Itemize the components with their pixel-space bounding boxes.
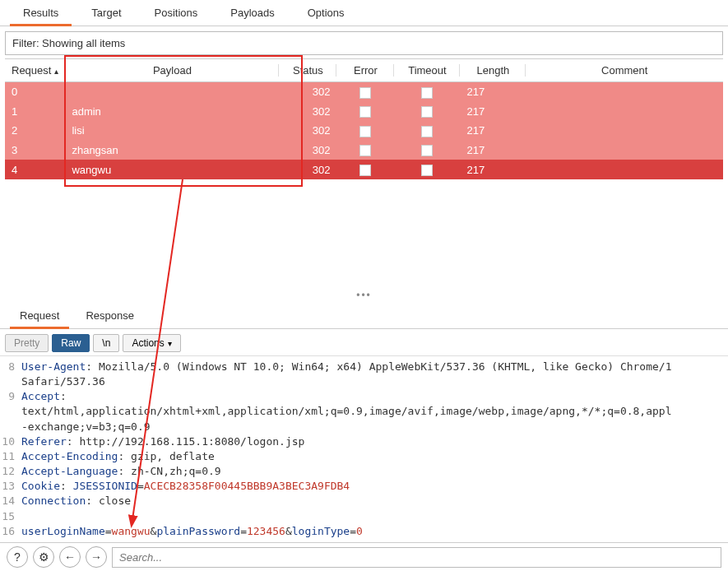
actions-button[interactable]: Actions▾ [123, 334, 180, 352]
cell-request: 2 [5, 121, 65, 141]
cell-length: 217 [460, 82, 526, 102]
line-number: 13 [0, 479, 21, 494]
col-comment[interactable]: Comment [526, 59, 723, 82]
pretty-button[interactable]: Pretty [5, 334, 49, 352]
line-code: Accept-Language: zh-CN,zh;q=0.9 [21, 464, 221, 479]
subtab-request[interactable]: Request [7, 303, 72, 328]
help-button[interactable]: ? [7, 546, 28, 568]
cell-length: 217 [460, 121, 526, 141]
cell-status: 302 [279, 141, 336, 160]
question-icon: ? [14, 550, 21, 564]
editor-line: 13Cookie: JSESSIONID=ACECB28358F00445BBB… [0, 479, 728, 494]
editor-line: 12Accept-Language: zh-CN,zh;q=0.9 [0, 464, 728, 479]
col-error[interactable]: Error [336, 59, 394, 82]
cell-comment [526, 121, 723, 141]
line-code: User-Agent: Mozilla/5.0 (Windows NT 10.0… [21, 360, 672, 374]
sub-tabs: Request Response [0, 303, 728, 329]
next-button[interactable]: → [86, 546, 107, 568]
request-editor[interactable]: 8User-Agent: Mozilla/5.0 (Windows NT 10.… [0, 356, 728, 542]
line-number: 8 [0, 360, 21, 374]
prev-button[interactable]: ← [59, 546, 81, 568]
editor-line: 10Referer: http://192.168.115.1:8080/log… [0, 434, 728, 449]
cell-status: 302 [279, 160, 336, 179]
table-row[interactable]: 3zhangsan302217 [5, 141, 723, 160]
tab-target[interactable]: Target [75, 0, 137, 26]
cell-comment [526, 82, 723, 102]
gear-icon: ⚙ [39, 550, 49, 564]
checkbox[interactable] [421, 126, 433, 137]
checkbox[interactable] [359, 145, 371, 156]
tab-results[interactable]: Results [7, 0, 75, 26]
cell-payload: wangwu [65, 160, 279, 179]
view-toolbar: Pretty Raw \n Actions▾ [0, 329, 728, 356]
editor-line: 9Accept: [0, 389, 728, 404]
line-code: Referer: http://192.168.115.1:8080/logon… [21, 434, 304, 449]
results-table-wrap: Request▴ Payload Status Error Timeout Le… [5, 58, 723, 179]
arrow-left-icon: ← [64, 550, 76, 564]
col-request[interactable]: Request▴ [5, 59, 65, 82]
cell-request: 4 [5, 160, 65, 179]
cell-status: 302 [279, 102, 336, 122]
table-row[interactable]: 2lisi302217 [5, 121, 723, 141]
cell-timeout [394, 141, 460, 160]
cell-error [336, 141, 394, 160]
newline-button[interactable]: \n [93, 334, 119, 352]
checkbox[interactable] [421, 165, 433, 176]
editor-line: 11Accept-Encoding: gzip, deflate [0, 449, 728, 464]
cell-timeout [394, 82, 460, 102]
line-number: 16 [0, 524, 21, 539]
checkbox[interactable] [359, 165, 371, 176]
editor-line: text/html,application/xhtml+xml,applicat… [0, 404, 728, 419]
tab-positions[interactable]: Positions [138, 0, 215, 26]
editor-line: Safari/537.36 [0, 374, 728, 389]
middle-gap [0, 179, 728, 288]
cell-payload: admin [65, 102, 279, 122]
line-code: -exchange;v=b3;q=0.9 [21, 420, 151, 434]
raw-button[interactable]: Raw [52, 334, 90, 352]
checkbox[interactable] [421, 87, 433, 99]
cell-payload [65, 82, 279, 102]
tab-payloads[interactable]: Payloads [214, 0, 290, 26]
top-tabs: Results Target Positions Payloads Option… [0, 0, 728, 26]
cell-comment [526, 141, 723, 160]
filter-bar[interactable]: Filter: Showing all items [5, 31, 723, 55]
line-number: 14 [0, 494, 21, 508]
line-code: Accept: [21, 389, 67, 404]
line-code: userLoginName=wangwu&plainPassword=12345… [21, 524, 363, 539]
line-code: Connection: close [21, 494, 131, 508]
col-status[interactable]: Status [279, 59, 336, 82]
cell-comment [526, 160, 723, 179]
line-number: 12 [0, 464, 21, 479]
cell-request: 1 [5, 102, 65, 122]
cell-status: 302 [279, 82, 336, 102]
drag-handle-icon[interactable]: ••• [0, 288, 728, 303]
cell-payload: zhangsan [65, 141, 279, 160]
col-length[interactable]: Length [460, 59, 526, 82]
cell-length: 217 [460, 160, 526, 179]
checkbox[interactable] [421, 145, 433, 156]
editor-line: 16userLoginName=wangwu&plainPassword=123… [0, 524, 728, 539]
col-timeout[interactable]: Timeout [394, 59, 460, 82]
search-input[interactable] [112, 547, 721, 568]
cell-error [336, 160, 394, 179]
cell-error [336, 121, 394, 141]
checkbox[interactable] [421, 106, 433, 118]
checkbox[interactable] [359, 87, 371, 99]
results-table: Request▴ Payload Status Error Timeout Le… [5, 58, 723, 179]
cell-length: 217 [460, 141, 526, 160]
line-code: Accept-Encoding: gzip, deflate [21, 449, 215, 464]
sort-asc-icon: ▴ [54, 67, 58, 76]
settings-button[interactable]: ⚙ [33, 546, 54, 568]
cell-comment [526, 102, 723, 122]
checkbox[interactable] [359, 126, 371, 137]
cell-length: 217 [460, 102, 526, 122]
subtab-response[interactable]: Response [72, 303, 147, 328]
col-payload[interactable]: Payload [65, 59, 279, 82]
table-row[interactable]: 1admin302217 [5, 102, 723, 122]
table-row[interactable]: 0302217 [5, 82, 723, 102]
table-header-row: Request▴ Payload Status Error Timeout Le… [5, 59, 723, 82]
checkbox[interactable] [359, 106, 371, 118]
table-row[interactable]: 4wangwu302217 [5, 160, 723, 179]
editor-line: 15 [0, 509, 728, 524]
tab-options[interactable]: Options [291, 0, 361, 26]
